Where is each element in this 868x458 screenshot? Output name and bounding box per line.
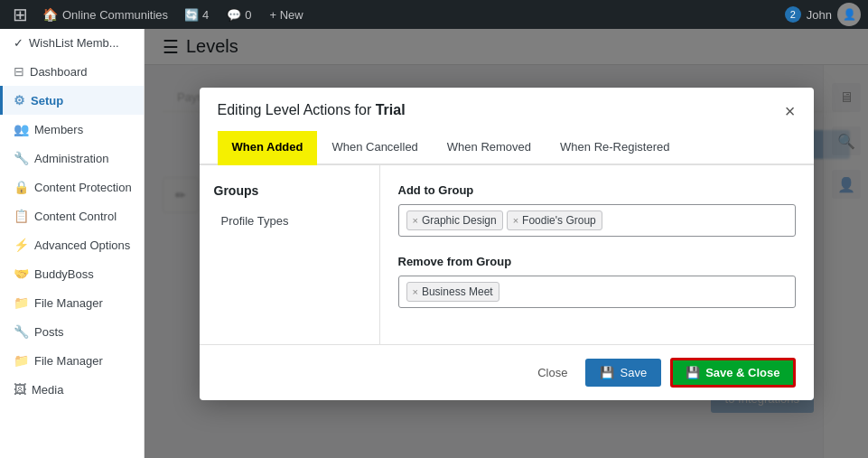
- modal-header: Editing Level Actions for Trial ×: [200, 88, 814, 120]
- sidebar-label-buddyboss: BuddyBoss: [34, 267, 94, 281]
- modal: Editing Level Actions for Trial × When A…: [200, 88, 814, 400]
- sidebar-label-file-manager: File Manager: [34, 296, 103, 310]
- advanced-options-icon: ⚡: [14, 238, 29, 252]
- sidebar-label-media: Media: [32, 383, 63, 397]
- add-to-group-input[interactable]: × Graphic Design × Foodie's Group: [398, 204, 796, 237]
- sidebar: ✓ WishList Memb... ⊟ Dashboard ⚙ Setup 👥…: [0, 29, 145, 458]
- add-to-group-field: Add to Group × Graphic Design × Foodie's…: [398, 183, 796, 237]
- home-icon: 🏠: [42, 7, 58, 22]
- comments-count: 0: [245, 8, 251, 22]
- members-icon: 👥: [14, 122, 29, 136]
- content-protection-icon: 🔒: [14, 180, 29, 194]
- user-avatar[interactable]: 👤: [837, 3, 861, 26]
- tag-graphic-design[interactable]: × Graphic Design: [406, 210, 503, 230]
- tab-when-re-registered[interactable]: When Re-Registered: [546, 131, 684, 165]
- file-manager-icon: 📁: [14, 295, 29, 310]
- sidebar-header-label: WishList Memb...: [29, 36, 119, 50]
- modal-tabs: When Added When Cancelled When Removed W…: [200, 131, 814, 165]
- sidebar-label-advanced-options: Advanced Options: [34, 238, 130, 252]
- tag-graphic-design-remove[interactable]: ×: [413, 215, 418, 226]
- save-close-label: Save & Close: [705, 366, 779, 379]
- updates-item[interactable]: 🔄 4: [177, 8, 216, 22]
- user-badge: 2: [785, 6, 801, 23]
- main-content: ☰ Levels Payment Provider Email Provider…: [145, 29, 868, 458]
- modal-sidebar: Groups Profile Types: [200, 165, 380, 344]
- modal-title-text: Editing Level Actions for: [218, 102, 376, 117]
- wp-icon[interactable]: ⊞: [7, 4, 33, 25]
- save-icon: 💾: [600, 366, 614, 379]
- dashboard-icon: ⊟: [14, 64, 24, 79]
- modal-overlay: Editing Level Actions for Trial × When A…: [145, 29, 868, 458]
- remove-from-group-input[interactable]: × Business Meet: [398, 276, 796, 308]
- sidebar-item-setup[interactable]: ⚙ Setup: [0, 86, 144, 115]
- updates-count: 4: [202, 8, 209, 22]
- tag-business-meet-remove[interactable]: ×: [413, 286, 418, 297]
- wishlist-icon: ✓: [14, 36, 23, 50]
- add-to-group-label: Add to Group: [398, 183, 796, 197]
- tag-business-meet[interactable]: × Business Meet: [406, 282, 499, 302]
- save-close-icon: 💾: [686, 366, 700, 379]
- tag-foodies-group-label: Foodie's Group: [522, 214, 596, 227]
- sidebar-label-content-protection: Content Protection: [34, 181, 132, 194]
- modal-sidebar-profile-types[interactable]: Profile Types: [214, 209, 365, 233]
- media-icon: 🖼: [14, 382, 26, 397]
- save-label: Save: [620, 366, 647, 379]
- buddyboss-icon: 🤝: [14, 266, 29, 281]
- modal-close-button[interactable]: ×: [785, 102, 796, 120]
- new-label: + New: [270, 8, 303, 22]
- modal-main-content: Add to Group × Graphic Design × Foodie's…: [380, 165, 814, 344]
- modal-body: Groups Profile Types Add to Group ×: [200, 165, 814, 344]
- modal-level-name: Trial: [376, 102, 406, 117]
- updates-icon: 🔄: [184, 8, 199, 22]
- sidebar-label-posts: Posts: [34, 325, 64, 339]
- sidebar-item-file-manager-2[interactable]: 📁 File Manager: [0, 346, 144, 375]
- sidebar-item-content-protection[interactable]: 🔒 Content Protection: [0, 173, 144, 201]
- sidebar-item-advanced-options[interactable]: ⚡ Advanced Options: [0, 230, 144, 259]
- tab-when-added[interactable]: When Added: [218, 131, 318, 165]
- admin-bar: ⊞ 🏠 Online Communities 🔄 4 💬 0 + New 2 J…: [0, 0, 868, 29]
- sidebar-header[interactable]: ✓ WishList Memb...: [0, 29, 144, 57]
- posts-icon: 🔧: [14, 324, 29, 339]
- tag-business-meet-label: Business Meet: [422, 285, 493, 298]
- setup-icon: ⚙: [14, 93, 25, 107]
- sidebar-item-content-control[interactable]: 📋 Content Control: [0, 201, 144, 230]
- modal-sidebar-section-title: Groups: [214, 183, 365, 198]
- tab-when-cancelled[interactable]: When Cancelled: [317, 131, 432, 165]
- tag-foodies-group[interactable]: × Foodie's Group: [507, 210, 602, 230]
- tag-graphic-design-label: Graphic Design: [422, 214, 497, 227]
- content-control-icon: 📋: [14, 209, 29, 223]
- sidebar-item-buddyboss[interactable]: 🤝 BuddyBoss: [0, 259, 144, 288]
- sidebar-label-members: Members: [34, 123, 83, 136]
- sidebar-label-file-manager-2: File Manager: [34, 354, 103, 368]
- tag-foodies-group-remove[interactable]: ×: [513, 215, 518, 226]
- modal-title: Editing Level Actions for Trial: [218, 102, 406, 118]
- modal-footer: Close 💾 Save 💾 Save & Close: [200, 344, 814, 400]
- sidebar-item-file-manager[interactable]: 📁 File Manager: [0, 288, 144, 317]
- sidebar-item-posts[interactable]: 🔧 Posts: [0, 317, 144, 346]
- sidebar-item-members[interactable]: 👥 Members: [0, 115, 144, 144]
- site-name-text: Online Communities: [62, 8, 168, 22]
- sidebar-label-content-control: Content Control: [34, 210, 117, 223]
- site-name-item[interactable]: 🏠 Online Communities: [37, 7, 173, 22]
- sidebar-label-administration: Administration: [34, 152, 108, 165]
- remove-from-group-field: Remove from Group × Business Meet: [398, 255, 796, 308]
- tab-when-removed[interactable]: When Removed: [433, 131, 546, 165]
- new-item[interactable]: + New: [263, 8, 311, 22]
- sidebar-label-setup: Setup: [31, 94, 63, 107]
- comments-icon: 💬: [227, 8, 241, 22]
- user-info: 2 John 👤: [785, 3, 861, 26]
- sidebar-label-dashboard: Dashboard: [30, 65, 88, 79]
- sidebar-item-administration[interactable]: 🔧 Administration: [0, 144, 144, 173]
- sidebar-item-media[interactable]: 🖼 Media: [0, 375, 144, 404]
- modal-save-button[interactable]: 💾 Save: [585, 359, 661, 387]
- remove-from-group-label: Remove from Group: [398, 255, 796, 268]
- administration-icon: 🔧: [14, 151, 29, 165]
- user-name: John: [807, 8, 832, 22]
- comments-item[interactable]: 💬 0: [219, 8, 258, 22]
- sidebar-item-dashboard[interactable]: ⊟ Dashboard: [0, 57, 144, 86]
- file-manager-2-icon: 📁: [14, 353, 29, 368]
- modal-close-link-button[interactable]: Close: [528, 360, 576, 385]
- modal-save-close-button[interactable]: 💾 Save & Close: [670, 358, 795, 388]
